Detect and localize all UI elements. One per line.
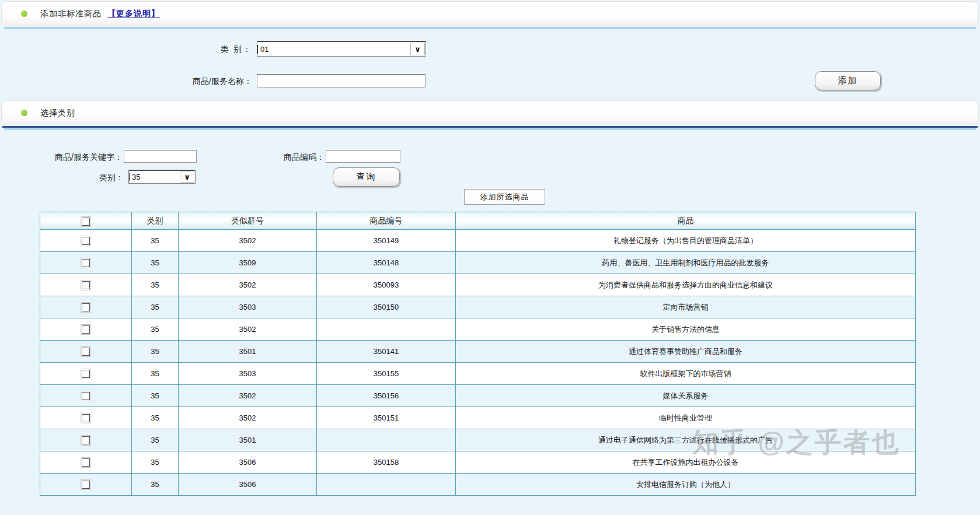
table-row: 35 3502 350149 礼物登记服务（为出售目的管理商品清单） xyxy=(40,230,916,252)
row-checkbox[interactable] xyxy=(82,392,90,400)
row-checkbox[interactable] xyxy=(82,481,90,489)
row-product: 通过体育赛事赞助推广商品和服务 xyxy=(456,341,916,363)
row-code: 350155 xyxy=(317,363,456,385)
page: 添加非标准商品 【更多说明】 类 别： 01 ∨ 商品/服务名称： 添加 选择类… xyxy=(0,0,980,515)
row-checkbox-cell xyxy=(40,318,132,341)
row-checkbox-cell xyxy=(40,385,132,407)
select-all-checkbox[interactable] xyxy=(82,218,90,226)
row-code: 350150 xyxy=(317,296,456,318)
row-checkbox[interactable] xyxy=(82,370,90,378)
row-checkbox-cell xyxy=(40,429,132,451)
row-category: 35 xyxy=(132,230,179,252)
row-checkbox[interactable] xyxy=(82,237,90,245)
row-category: 35 xyxy=(132,296,179,318)
category2-select-value: 35 xyxy=(129,173,179,181)
row-group: 3502 xyxy=(179,230,317,252)
row-category: 35 xyxy=(132,451,179,474)
row-checkbox[interactable] xyxy=(82,303,90,311)
row-code: 350141 xyxy=(317,341,456,363)
row-product: 定向市场营销 xyxy=(456,296,916,318)
product-name-label: 商品/服务名称： xyxy=(163,76,252,87)
col-header-category: 类别 xyxy=(132,212,179,230)
product-name-input[interactable] xyxy=(257,74,426,87)
row-category: 35 xyxy=(132,318,179,341)
section-add-nonstandard-product: 添加非标准商品 【更多说明】 xyxy=(1,1,979,26)
row-checkbox[interactable] xyxy=(82,259,90,267)
row-checkbox[interactable] xyxy=(82,325,90,334)
row-group: 3502 xyxy=(179,385,317,407)
row-checkbox-cell xyxy=(40,230,132,252)
row-group: 3501 xyxy=(179,341,317,363)
row-product: 礼物登记服务（为出售目的管理商品清单） xyxy=(456,230,916,252)
row-code: 350151 xyxy=(317,407,456,429)
row-product: 为消费者提供商品和服务选择方面的商业信息和建议 xyxy=(456,274,916,296)
row-code xyxy=(317,429,456,451)
chevron-down-icon: ∨ xyxy=(180,171,194,183)
keyword-input[interactable] xyxy=(124,150,197,163)
add-selected-button[interactable]: 添加所选商品 xyxy=(464,189,545,205)
row-checkbox[interactable] xyxy=(82,348,90,356)
row-checkbox[interactable] xyxy=(82,281,90,289)
table-row: 35 3506 350158 在共享工作设施内出租办公设备 xyxy=(40,451,916,474)
row-checkbox-cell xyxy=(40,474,132,496)
row-product: 通过电子通信网络为第三方进行在线传播形式的广告 xyxy=(456,429,916,451)
section1-title: 添加非标准商品 xyxy=(40,9,102,19)
row-product: 媒体关系服务 xyxy=(456,385,916,407)
row-checkbox[interactable] xyxy=(82,436,90,444)
row-code: 350093 xyxy=(317,274,456,296)
green-bullet-icon xyxy=(21,10,27,17)
col-header-code: 商品编号 xyxy=(317,212,456,230)
table-row: 35 3501 350141 通过体育赛事赞助推广商品和服务 xyxy=(40,341,916,363)
table-row: 35 3502 350093 为消费者提供商品和服务选择方面的商业信息和建议 xyxy=(40,274,916,296)
add-button[interactable]: 添加 xyxy=(815,71,881,90)
row-checkbox-cell xyxy=(40,451,132,474)
row-checkbox[interactable] xyxy=(82,458,90,467)
query-button[interactable]: 查询 xyxy=(333,167,400,187)
row-category: 35 xyxy=(132,274,179,296)
row-category: 35 xyxy=(132,407,179,429)
more-info-link[interactable]: 【更多说明】 xyxy=(107,9,160,19)
keyword-label: 商品/服务关键字： xyxy=(35,152,123,163)
table-header-row: 类别 类似群号 商品编号 商品 xyxy=(40,212,916,230)
category2-select[interactable]: 35 ∨ xyxy=(128,170,196,184)
category-select-value: 01 xyxy=(257,45,410,54)
row-group: 3503 xyxy=(179,363,317,385)
row-category: 35 xyxy=(132,341,179,363)
row-checkbox[interactable] xyxy=(82,414,90,422)
chevron-down-icon: ∨ xyxy=(410,43,425,55)
category-label: 类 别： xyxy=(175,44,252,55)
row-product: 软件出版框架下的市场营销 xyxy=(456,363,916,385)
section2-divider-light xyxy=(4,128,976,130)
row-group: 3509 xyxy=(179,252,317,274)
table-row: 35 3509 350148 药用、兽医用、卫生用制剂和医疗用品的批发服务 xyxy=(40,252,916,274)
row-code xyxy=(317,318,456,341)
row-group: 3502 xyxy=(179,407,317,429)
section-select-category: 选择类别 xyxy=(1,100,979,125)
row-code xyxy=(317,474,456,496)
row-product: 药用、兽医用、卫生用制剂和医疗用品的批发服务 xyxy=(456,252,916,274)
row-checkbox-cell xyxy=(40,407,132,429)
row-product: 在共享工作设施内出租办公设备 xyxy=(456,451,916,474)
row-product: 临时性商业管理 xyxy=(456,407,916,429)
row-category: 35 xyxy=(132,363,179,385)
row-category: 35 xyxy=(132,474,179,496)
row-code: 350158 xyxy=(317,451,456,474)
table-row: 35 3506 安排电信服务订购（为他人） xyxy=(40,474,916,496)
table-row: 35 3502 关于销售方法的信息 xyxy=(40,318,916,341)
row-category: 35 xyxy=(132,429,179,451)
row-product: 关于销售方法的信息 xyxy=(456,318,916,341)
product-code-input[interactable] xyxy=(326,150,400,163)
row-group: 3502 xyxy=(179,318,317,341)
row-code: 350148 xyxy=(317,252,456,274)
row-code: 350149 xyxy=(317,230,456,252)
category-select[interactable]: 01 ∨ xyxy=(257,41,426,57)
table-row: 35 3503 350155 软件出版框架下的市场营销 xyxy=(40,363,916,385)
table-row: 35 3502 350151 临时性商业管理 xyxy=(40,407,916,429)
row-checkbox-cell xyxy=(40,341,132,363)
row-group: 3502 xyxy=(179,274,317,296)
col-header-product: 商品 xyxy=(456,212,916,230)
table-row: 35 3502 350156 媒体关系服务 xyxy=(40,385,916,407)
section2-title: 选择类别 xyxy=(40,108,75,118)
table-row: 35 3503 350150 定向市场营销 xyxy=(40,296,916,318)
table-row: 35 3501 通过电子通信网络为第三方进行在线传播形式的广告 xyxy=(40,429,916,451)
